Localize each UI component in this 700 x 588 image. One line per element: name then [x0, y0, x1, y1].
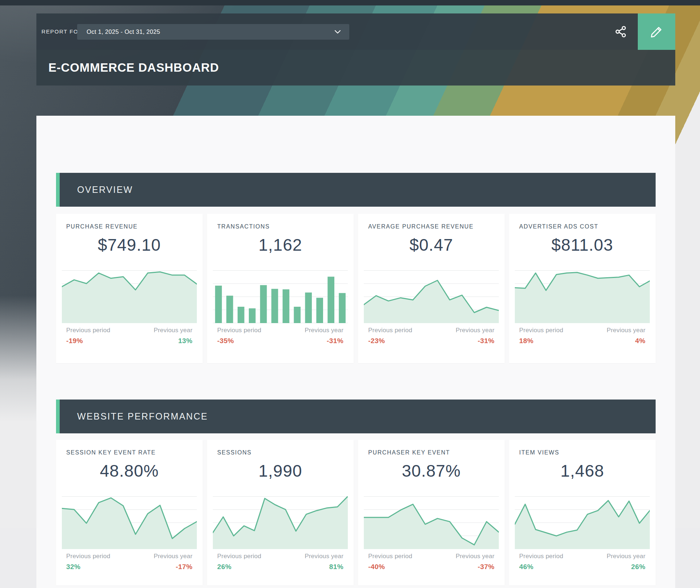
metric-title: ITEM VIEWS [519, 449, 559, 456]
metric-title: PURCHASER KEY EVENT [368, 449, 450, 456]
metric-value: 48.80% [56, 461, 203, 481]
edit-button[interactable] [638, 13, 675, 50]
metric-value: 1,468 [509, 461, 656, 481]
comparison-row: Previous period18%Previous year4% [519, 327, 645, 345]
previous-period-label: Previous period [368, 553, 412, 560]
metric-title: TRANSACTIONS [217, 223, 270, 230]
metric-title: ADVERTISER ADS COST [519, 223, 598, 230]
previous-period-value: -23% [368, 337, 412, 345]
previous-year-label: Previous year [305, 327, 343, 334]
previous-period-value: 46% [519, 563, 563, 571]
metric-title: AVERAGE PURCHASE REVENUE [368, 223, 474, 230]
previous-year-label: Previous year [606, 553, 645, 560]
pencil-icon [650, 25, 663, 38]
comparison-row: Previous period-23%Previous year-31% [368, 327, 494, 345]
comparison-row: Previous period46%Previous year26% [519, 553, 645, 571]
previous-period-label: Previous period [66, 327, 110, 334]
metric-value: 1,990 [207, 461, 354, 481]
metric-card-purchaser-key-event: PURCHASER KEY EVENT30.87%Previous period… [358, 440, 505, 585]
metric-card-average-purchase-revenue: AVERAGE PURCHASE REVENUE$0.47Previous pe… [358, 214, 505, 363]
metric-value: 30.87% [358, 461, 505, 481]
previous-period-label: Previous period [66, 553, 110, 560]
previous-period-label: Previous period [217, 327, 261, 334]
previous-year-label: Previous year [606, 327, 645, 334]
previous-period-value: -35% [217, 337, 261, 345]
metric-card-item-views: ITEM VIEWS1,468Previous period46%Previou… [509, 440, 656, 585]
sparkline-chart [515, 496, 650, 549]
previous-year-value: -31% [478, 337, 494, 345]
previous-period-label: Previous period [217, 553, 261, 560]
section-title: WEBSITE PERFORMANCE [77, 400, 208, 433]
dashboard-page: REPORT FOR Oct 1, 2025 - Oct 31, 2025 [0, 0, 700, 588]
previous-year-value: -17% [176, 563, 192, 571]
comparison-row: Previous period-35%Previous year-31% [217, 327, 343, 345]
sparkline-chart [364, 270, 499, 323]
section-header-website-performance: WEBSITE PERFORMANCE [56, 400, 656, 433]
page-title: E-COMMERCE DASHBOARD [48, 50, 219, 86]
section-title: OVERVIEW [77, 173, 133, 207]
comparison-row: Previous period-40%Previous year-37% [368, 553, 494, 571]
previous-year-value: 81% [329, 563, 343, 571]
top-strip [0, 0, 700, 5]
title-band: E-COMMERCE DASHBOARD [36, 50, 675, 86]
date-range-dropdown[interactable]: Oct 1, 2025 - Oct 31, 2025 [77, 24, 349, 40]
comparison-row: Previous period-19%Previous year13% [66, 327, 192, 345]
previous-year-value: 26% [631, 563, 645, 571]
metric-value: $749.10 [56, 235, 203, 255]
section-header-overview: OVERVIEW [56, 173, 656, 207]
sparkline-chart [62, 270, 197, 323]
previous-period-value: 18% [519, 337, 563, 345]
comparison-row: Previous period32%Previous year-17% [66, 553, 192, 571]
metric-card-transactions: TRANSACTIONS1,162Previous period-35%Prev… [207, 214, 354, 363]
report-body: OVERVIEW PURCHASE REVENUE$749.10Previous… [36, 116, 675, 588]
website-performance-cards-row: SESSION KEY EVENT RATE48.80%Previous per… [36, 440, 675, 585]
share-icon [615, 25, 627, 38]
previous-period-value: -40% [368, 563, 412, 571]
metric-card-advertiser-ads-cost: ADVERTISER ADS COST$811.03Previous perio… [509, 214, 656, 363]
previous-year-value: 13% [178, 337, 192, 345]
share-button[interactable] [613, 24, 628, 39]
chevron-down-icon [335, 30, 341, 33]
metric-value: 1,162 [207, 235, 354, 255]
report-for-label: REPORT FOR [41, 13, 83, 50]
previous-year-label: Previous year [456, 327, 494, 334]
previous-period-value: 32% [66, 563, 110, 571]
comparison-row: Previous period26%Previous year81% [217, 553, 343, 571]
sparkline-chart [62, 496, 197, 549]
previous-year-label: Previous year [305, 553, 343, 560]
previous-year-value: -31% [327, 337, 343, 345]
date-range-value: Oct 1, 2025 - Oct 31, 2025 [87, 24, 160, 40]
metric-card-purchase-revenue: PURCHASE REVENUE$749.10Previous period-1… [56, 214, 203, 363]
sparkline-chart [364, 496, 499, 549]
previous-year-label: Previous year [456, 553, 494, 560]
previous-period-label: Previous period [368, 327, 412, 334]
previous-year-label: Previous year [154, 553, 192, 560]
metric-title: SESSIONS [217, 449, 252, 456]
sparkline-chart [213, 496, 348, 549]
previous-period-value: 26% [217, 563, 261, 571]
report-toolbar: REPORT FOR Oct 1, 2025 - Oct 31, 2025 [36, 13, 638, 50]
metric-value: $811.03 [509, 235, 656, 255]
previous-year-label: Previous year [154, 327, 192, 334]
metric-value: $0.47 [358, 235, 505, 255]
metric-card-session-key-event-rate: SESSION KEY EVENT RATE48.80%Previous per… [56, 440, 203, 585]
previous-period-label: Previous period [519, 327, 563, 334]
metric-title: PURCHASE REVENUE [66, 223, 138, 230]
previous-year-value: 4% [635, 337, 645, 345]
sparkline-chart [213, 270, 348, 323]
overview-cards-row: PURCHASE REVENUE$749.10Previous period-1… [36, 214, 675, 363]
previous-year-value: -37% [478, 563, 494, 571]
previous-period-label: Previous period [519, 553, 563, 560]
sparkline-chart [515, 270, 650, 323]
metric-title: SESSION KEY EVENT RATE [66, 449, 156, 456]
metric-card-sessions: SESSIONS1,990Previous period26%Previous … [207, 440, 354, 585]
previous-period-value: -19% [66, 337, 110, 345]
